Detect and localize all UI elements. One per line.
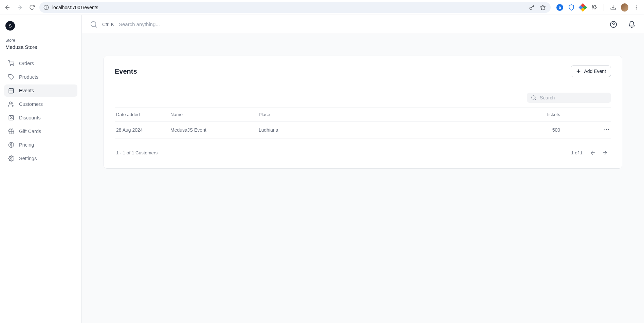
search-icon[interactable] xyxy=(90,21,97,28)
browser-extensions-area: a xyxy=(553,4,641,11)
downloads-icon[interactable] xyxy=(609,4,617,11)
cell-name: MedusaJS Event xyxy=(169,121,257,138)
pager-next-button[interactable] xyxy=(600,148,610,157)
gear-icon xyxy=(8,155,14,162)
global-search-placeholder[interactable]: Search anything... xyxy=(119,21,160,27)
svg-point-13 xyxy=(10,65,11,66)
profile-avatar[interactable] xyxy=(621,4,628,11)
col-tickets: Tickets xyxy=(509,108,597,121)
browser-url-bar[interactable]: localhost:7001/events xyxy=(39,2,551,13)
svg-point-12 xyxy=(636,8,637,10)
pager-summary: 1 - 1 of 1 Customers xyxy=(116,150,158,155)
browser-back-button[interactable] xyxy=(3,3,12,12)
gift-icon xyxy=(8,128,14,134)
calendar-icon xyxy=(8,88,14,94)
browser-forward-button[interactable] xyxy=(15,3,24,12)
sidebar-item-label: Pricing xyxy=(19,142,34,148)
search-shortcut-label: Ctrl K xyxy=(102,22,114,27)
bell-icon[interactable] xyxy=(628,20,636,28)
col-name: Name xyxy=(169,108,257,121)
table-search-icon xyxy=(531,95,536,100)
browser-chrome: localhost:7001/events a xyxy=(0,0,644,15)
cell-tickets: 500 xyxy=(509,121,597,138)
store-avatar[interactable]: S xyxy=(5,21,15,31)
sidebar-item-label: Discounts xyxy=(19,115,41,120)
sidebar-item-discounts[interactable]: Discounts xyxy=(4,112,77,124)
svg-point-20 xyxy=(10,102,12,104)
site-info-icon[interactable] xyxy=(43,5,49,10)
col-date: Date added xyxy=(115,108,169,121)
events-table: Date added Name Place Tickets 28 Aug 202… xyxy=(115,108,611,138)
svg-point-40 xyxy=(608,129,609,130)
col-actions xyxy=(597,108,611,121)
svg-line-31 xyxy=(95,26,96,27)
users-icon xyxy=(8,101,14,107)
sidebar-item-label: Events xyxy=(19,88,34,93)
plus-icon xyxy=(576,69,581,74)
sidebar-item-label: Gift Cards xyxy=(19,129,41,134)
extension-a-icon[interactable]: a xyxy=(556,4,564,11)
sidebar-item-events[interactable]: Events xyxy=(4,84,77,97)
svg-point-24 xyxy=(12,118,13,119)
sidebar-nav: Orders Products Events Customers xyxy=(4,57,77,165)
sidebar-item-customers[interactable]: Customers xyxy=(4,98,77,110)
content-area: Events Add Event xyxy=(82,34,644,323)
sidebar: S Store Medusa Store Orders Products Eve xyxy=(0,15,82,323)
bookmark-star-icon[interactable] xyxy=(539,4,547,11)
sidebar-item-label: Products xyxy=(19,74,38,80)
add-event-label: Add Event xyxy=(584,69,606,74)
cell-date: 28 Aug 2024 xyxy=(115,121,169,138)
browser-reload-button[interactable] xyxy=(27,3,37,12)
sidebar-item-gift-cards[interactable]: Gift Cards xyxy=(4,125,77,137)
table-row[interactable]: 28 Aug 2024 MedusaJS Event Ludhiana 500 xyxy=(115,121,611,138)
chrome-divider xyxy=(604,4,604,11)
cart-icon xyxy=(8,60,14,66)
pager-prev-button[interactable] xyxy=(588,148,597,157)
svg-rect-16 xyxy=(9,89,14,93)
extension-color-icon[interactable] xyxy=(579,4,587,11)
table-search-input[interactable] xyxy=(540,95,607,100)
main: Ctrl K Search anything... Events Add Eve… xyxy=(82,15,644,323)
sidebar-item-label: Settings xyxy=(19,156,37,161)
browser-menu-icon[interactable] xyxy=(632,4,640,11)
pager: 1 - 1 of 1 Customers 1 of 1 xyxy=(115,138,611,164)
dollar-icon xyxy=(8,142,14,148)
svg-line-7 xyxy=(533,6,534,6)
svg-point-38 xyxy=(604,129,605,130)
more-horizontal-icon xyxy=(604,126,610,132)
extensions-puzzle-icon[interactable] xyxy=(591,4,598,11)
col-place: Place xyxy=(257,108,509,121)
svg-point-11 xyxy=(636,7,637,8)
pager-page-of: 1 of 1 xyxy=(571,150,583,155)
sidebar-item-label: Customers xyxy=(19,101,43,107)
extension-shield-icon[interactable] xyxy=(568,4,575,11)
svg-point-14 xyxy=(13,65,14,66)
sidebar-item-products[interactable]: Products xyxy=(4,71,77,83)
sidebar-item-pricing[interactable]: Pricing xyxy=(4,139,77,151)
svg-point-29 xyxy=(11,158,12,159)
topbar: Ctrl K Search anything... xyxy=(82,15,644,34)
password-key-icon[interactable] xyxy=(528,4,536,11)
help-icon[interactable] xyxy=(609,20,618,28)
row-actions-button[interactable] xyxy=(604,126,610,132)
cell-place: Ludhiana xyxy=(257,121,509,138)
svg-marker-8 xyxy=(540,5,546,10)
svg-point-10 xyxy=(636,5,637,6)
svg-point-23 xyxy=(10,117,11,117)
add-event-button[interactable]: Add Event xyxy=(571,65,611,77)
svg-line-37 xyxy=(535,99,536,100)
events-card: Events Add Event xyxy=(104,56,622,169)
sidebar-item-settings[interactable]: Settings xyxy=(4,152,77,165)
browser-url-text: localhost:7001/events xyxy=(52,5,98,10)
svg-point-39 xyxy=(606,129,607,130)
percent-icon xyxy=(8,115,14,121)
table-search-field[interactable] xyxy=(527,93,611,103)
store-name: Medusa Store xyxy=(5,44,77,50)
sidebar-item-label: Orders xyxy=(19,61,34,66)
tag-icon xyxy=(8,74,14,80)
sidebar-item-orders[interactable]: Orders xyxy=(4,57,77,70)
page-title: Events xyxy=(115,68,137,75)
store-category-label: Store xyxy=(5,38,77,43)
